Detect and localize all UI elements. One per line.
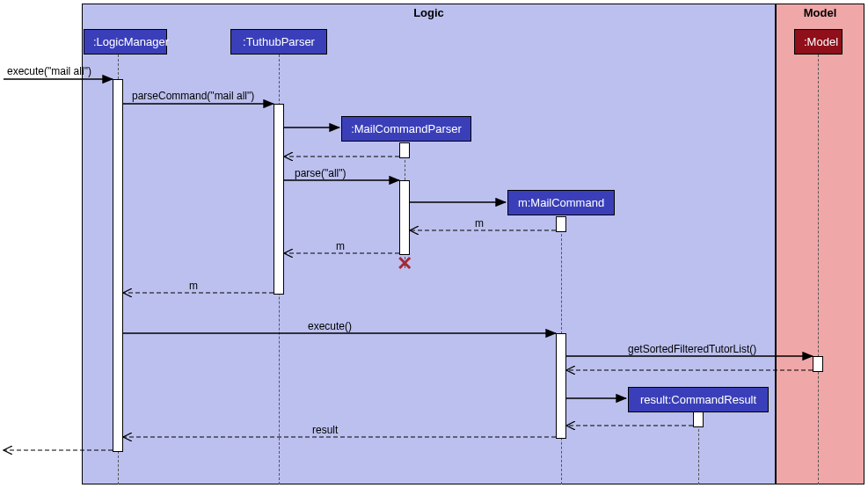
destroy-mailcommandparser-icon: ✕ <box>397 252 412 275</box>
label-result: result <box>312 424 338 436</box>
label-parsecommand: parseCommand("mail all") <box>132 90 254 102</box>
activation-tuthubparser <box>274 104 284 295</box>
label-return-m-2: m <box>336 240 345 252</box>
activation-mailcommandparser-2 <box>399 180 410 255</box>
activation-logicmanager <box>113 79 123 452</box>
label-return-m-3: m <box>189 280 198 292</box>
head-mailcommandparser: :MailCommandParser <box>341 116 471 142</box>
label-execute: execute() <box>308 320 352 332</box>
activation-mailcommandparser-1 <box>399 142 410 158</box>
activation-model <box>813 356 823 372</box>
label-execute-mail-all: execute("mail all") <box>7 65 91 77</box>
label-parse-all: parse("all") <box>295 167 346 179</box>
frame-logic-title: Logic <box>83 4 775 21</box>
activation-mailcommand-1 <box>556 216 566 232</box>
head-mailcommand: m:MailCommand <box>507 190 615 215</box>
head-logicmanager: :LogicManager <box>84 29 167 55</box>
head-model: :Model <box>794 29 842 55</box>
activation-commandresult <box>693 412 704 427</box>
frame-model-title: Model <box>777 4 864 21</box>
label-getsorted: getSortedFilteredTutorList() <box>628 343 756 355</box>
activation-mailcommand-2 <box>556 333 566 439</box>
label-return-m-1: m <box>475 217 484 229</box>
head-tuthubparser: :TuthubParser <box>230 29 327 55</box>
lifeline-model <box>818 55 819 484</box>
head-commandresult: result:CommandResult <box>628 387 769 412</box>
frame-model: Model <box>776 4 864 484</box>
